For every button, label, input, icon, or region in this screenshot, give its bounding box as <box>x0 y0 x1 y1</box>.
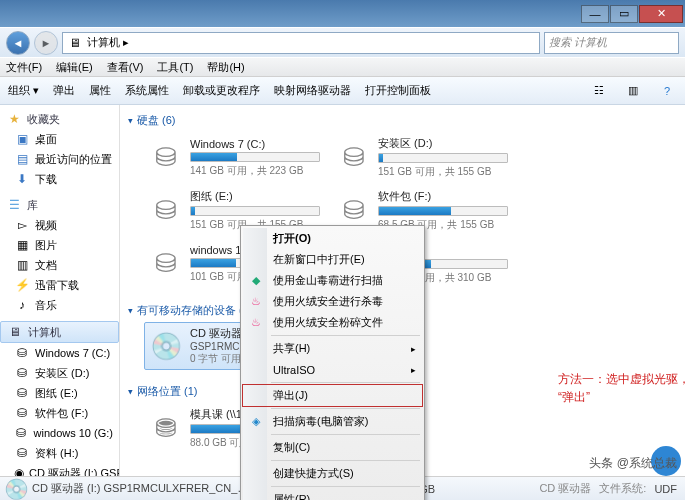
hdd-icon: ⛁ <box>148 140 184 176</box>
annotation-text: 方法一：选中虚拟光驱，单击右键，选择“弹出” <box>558 370 685 406</box>
cd-icon: 💿 <box>148 328 184 364</box>
computer-icon: 🖥 <box>7 324 23 340</box>
watermark-text: 头条 @系统总裁 <box>589 455 677 472</box>
sysprops-button[interactable]: 系统属性 <box>125 83 169 98</box>
breadcrumb-text: 计算机 ▸ <box>87 35 129 50</box>
hdd-icon: ⛁ <box>336 140 372 176</box>
drive-d[interactable]: ⛁安装区 (D:)151 GB 可用，共 155 GB <box>332 132 512 183</box>
properties-button[interactable]: 属性 <box>89 83 111 98</box>
sidebar-fav-header[interactable]: ★收藏夹 <box>0 109 119 129</box>
command-bar: 组织 ▾ 弹出 属性 系统属性 卸载或更改程序 映射网络驱动器 打开控制面板 ☷… <box>0 77 685 105</box>
menu-help[interactable]: 帮助(H) <box>207 60 244 75</box>
ctx-ultraiso[interactable]: UltraISO▸ <box>243 359 422 380</box>
sidebar-item-desktop[interactable]: ▣桌面 <box>0 129 119 149</box>
eject-button[interactable]: 弹出 <box>53 83 75 98</box>
maximize-button[interactable]: ▭ <box>610 5 638 23</box>
netdrive-icon: ⛃ <box>148 411 184 447</box>
sidebar-item-cd[interactable]: ◉CD 驱动器 (I:) GSP1… <box>0 463 119 476</box>
view-options-icon[interactable]: ☷ <box>589 81 609 101</box>
back-button[interactable]: ◄ <box>6 31 30 55</box>
sidebar-item-thunder[interactable]: ⚡迅雷下载 <box>0 275 119 295</box>
sidebar-item-music[interactable]: ♪音乐 <box>0 295 119 315</box>
hdd-icon: ⛁ <box>336 193 372 229</box>
video-icon: ▻ <box>14 217 30 233</box>
hdd-icon: ⛁ <box>148 193 184 229</box>
picture-icon: ▦ <box>14 237 30 253</box>
sidebar-item-e[interactable]: ⛁图纸 (E:) <box>0 383 119 403</box>
drive-icon: ⛁ <box>14 425 29 441</box>
preview-pane-icon[interactable]: ▥ <box>623 81 643 101</box>
nav-sidebar: ★收藏夹 ▣桌面 ▤最近访问的位置 ⬇下载 ☰库 ▻视频 ▦图片 ▥文档 ⚡迅雷… <box>0 105 120 476</box>
shield-icon: ◈ <box>248 414 264 430</box>
ctx-eject[interactable]: 弹出(J) <box>243 385 422 406</box>
ctrlpanel-button[interactable]: 打开控制面板 <box>365 83 431 98</box>
drive-icon: ⛁ <box>14 365 30 381</box>
drive-icon: ⛁ <box>14 385 30 401</box>
help-icon[interactable]: ? <box>657 81 677 101</box>
ctx-open-new[interactable]: 在新窗口中打开(E) <box>243 249 422 270</box>
ctx-props[interactable]: 属性(R) <box>243 489 422 500</box>
ctx-scan-qq[interactable]: ◈扫描病毒(电脑管家) <box>243 411 422 432</box>
menu-edit[interactable]: 编辑(E) <box>56 60 93 75</box>
sidebar-computer-header[interactable]: 🖥计算机 <box>0 321 119 343</box>
uninstall-button[interactable]: 卸载或更改程序 <box>183 83 260 98</box>
status-name: CD 驱动器 (I:) GSP1RMCULXFRER_CN_… <box>32 481 248 496</box>
sidebar-item-d[interactable]: ⛁安装区 (D:) <box>0 363 119 383</box>
sidebar-item-g[interactable]: ⛁windows 10 (G:) <box>0 423 119 443</box>
ctx-huorong-shred[interactable]: ♨使用火绒安全粉碎文件 <box>243 312 422 333</box>
sidebar-item-video[interactable]: ▻视频 <box>0 215 119 235</box>
drive-icon: ⛁ <box>14 445 30 461</box>
library-icon: ☰ <box>6 197 22 213</box>
group-hdd[interactable]: 硬盘 (6) <box>120 105 685 132</box>
forward-button[interactable]: ► <box>34 31 58 55</box>
thunder-icon: ⚡ <box>14 277 30 293</box>
drive-icon: ⛁ <box>14 345 30 361</box>
sidebar-item-pictures[interactable]: ▦图片 <box>0 235 119 255</box>
document-icon: ▥ <box>14 257 30 273</box>
sidebar-item-h[interactable]: ⛁资料 (H:) <box>0 443 119 463</box>
desktop-icon: ▣ <box>14 131 30 147</box>
submenu-arrow-icon: ▸ <box>411 344 416 354</box>
search-input[interactable]: 搜索 计算机 <box>544 32 679 54</box>
cd-icon: ◉ <box>14 465 24 476</box>
sidebar-item-downloads[interactable]: ⬇下载 <box>0 169 119 189</box>
submenu-arrow-icon: ▸ <box>411 365 416 375</box>
address-bar: ◄ ► 🖥 计算机 ▸ 搜索 计算机 <box>0 27 685 57</box>
sidebar-item-f[interactable]: ⛁软件包 (F:) <box>0 403 119 423</box>
menu-view[interactable]: 查看(V) <box>107 60 144 75</box>
menu-bar: 文件(F) 编辑(E) 查看(V) 工具(T) 帮助(H) <box>0 57 685 77</box>
organize-button[interactable]: 组织 ▾ <box>8 83 39 98</box>
hdd-icon: ⛁ <box>148 246 184 282</box>
minimize-button[interactable]: — <box>581 5 609 23</box>
music-icon: ♪ <box>14 297 30 313</box>
ctx-huorong-scan[interactable]: ♨使用火绒安全进行杀毒 <box>243 291 422 312</box>
ctx-copy[interactable]: 复制(C) <box>243 437 422 458</box>
mapnet-button[interactable]: 映射网络驱动器 <box>274 83 351 98</box>
breadcrumb[interactable]: 🖥 计算机 ▸ <box>62 32 540 54</box>
sidebar-lib-header[interactable]: ☰库 <box>0 195 119 215</box>
drive-icon: ⛁ <box>14 405 30 421</box>
menu-tools[interactable]: 工具(T) <box>157 60 193 75</box>
ctx-share[interactable]: 共享(H)▸ <box>243 338 422 359</box>
flame-icon: ♨ <box>248 294 264 310</box>
menu-file[interactable]: 文件(F) <box>6 60 42 75</box>
ctx-open[interactable]: 打开(O) <box>243 228 422 249</box>
ctx-jinshan[interactable]: ◆使用金山毒霸进行扫描 <box>243 270 422 291</box>
ctx-shortcut[interactable]: 创建快捷方式(S) <box>243 463 422 484</box>
flame-icon: ♨ <box>248 315 264 331</box>
cd-icon: 💿 <box>8 481 24 497</box>
download-icon: ⬇ <box>14 171 30 187</box>
drive-c[interactable]: ⛁Windows 7 (C:)141 GB 可用，共 223 GB <box>144 132 324 183</box>
shield-icon: ◆ <box>248 273 264 289</box>
star-icon: ★ <box>6 111 22 127</box>
computer-icon: 🖥 <box>67 35 83 51</box>
sidebar-item-c[interactable]: ⛁Windows 7 (C:) <box>0 343 119 363</box>
window-titlebar: — ▭ ✕ <box>0 0 685 27</box>
context-menu: 打开(O) 在新窗口中打开(E) ◆使用金山毒霸进行扫描 ♨使用火绒安全进行杀毒… <box>240 225 425 500</box>
close-button[interactable]: ✕ <box>639 5 683 23</box>
sidebar-item-recent[interactable]: ▤最近访问的位置 <box>0 149 119 169</box>
sidebar-item-documents[interactable]: ▥文档 <box>0 255 119 275</box>
recent-icon: ▤ <box>14 151 30 167</box>
